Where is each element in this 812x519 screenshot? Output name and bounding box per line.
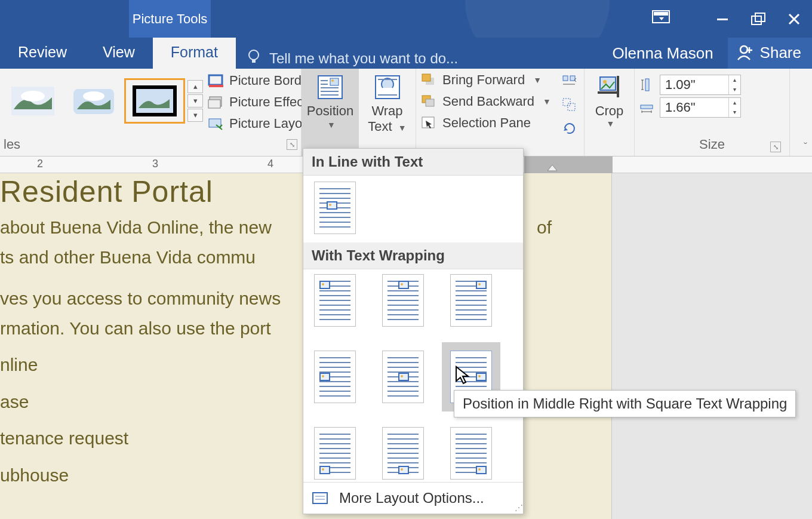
svg-rect-2	[717, 19, 728, 20]
ribbon-toolbar: ▴ ▾ ▾ Picture Border▼ Picture Effects▼ P…	[0, 69, 812, 156]
svg-rect-17	[209, 119, 221, 127]
bring-forward-icon	[421, 73, 436, 87]
selection-pane-button[interactable]: Selection Pane	[421, 115, 551, 131]
cursor-icon	[455, 366, 473, 386]
height-input[interactable]: 1.09"▴▾	[660, 75, 741, 95]
signed-in-user[interactable]: Olenna Mason	[613, 44, 713, 63]
position-top-right[interactable]	[450, 274, 492, 327]
style-thumb-1[interactable]	[2, 78, 63, 124]
style-thumb-selected[interactable]	[124, 78, 185, 124]
svg-point-20	[331, 79, 334, 82]
width-input[interactable]: 1.66"▴▾	[660, 97, 741, 118]
align-button[interactable]	[562, 75, 577, 89]
size-dialog-launcher[interactable]: ⤡	[770, 142, 781, 152]
width-icon	[639, 100, 655, 115]
svg-rect-4	[755, 13, 765, 22]
right-indent-marker[interactable]	[548, 165, 557, 173]
selection-pane-icon	[421, 116, 436, 130]
position-option-inline[interactable]	[314, 182, 356, 234]
lightbulb-icon	[247, 48, 261, 69]
svg-rect-35	[313, 493, 327, 503]
position-icon	[316, 75, 345, 100]
gallery-more-icon[interactable]: ▾	[187, 109, 203, 122]
svg-rect-19	[330, 78, 339, 85]
svg-rect-6	[252, 60, 256, 63]
tab-review[interactable]: Review	[0, 38, 85, 69]
restore-button[interactable]	[740, 0, 776, 38]
picture-styles-group: ▴ ▾ ▾ Picture Border▼ Picture Effects▼ P…	[0, 69, 302, 156]
arrange-group: Bring Forward▼ Send Backward▼ Selection …	[416, 69, 585, 156]
position-middle-left[interactable]	[314, 351, 356, 403]
tab-view[interactable]: View	[85, 38, 153, 69]
collapse-ribbon-icon[interactable]: ˇ	[804, 141, 807, 153]
picture-styles-gallery[interactable]: ▴ ▾ ▾	[0, 69, 203, 128]
svg-rect-25	[426, 99, 434, 106]
svg-rect-14	[209, 75, 222, 85]
tab-format[interactable]: Format	[153, 38, 236, 69]
title-bar: Picture Tools	[0, 0, 812, 38]
share-button[interactable]: Share	[728, 38, 812, 69]
position-bottom-center[interactable]	[382, 427, 424, 480]
position-middle-center[interactable]	[382, 351, 424, 403]
svg-rect-1	[654, 12, 668, 16]
position-section-wrapping: With Text Wrapping	[303, 242, 523, 269]
style-thumb-2[interactable]	[63, 78, 124, 124]
wrap-text-button[interactable]: Wrap Text ▼	[359, 69, 416, 156]
position-top-center[interactable]	[382, 274, 424, 327]
minimize-button[interactable]	[705, 0, 740, 38]
size-label: Size	[699, 137, 725, 152]
layout-options-icon	[312, 491, 330, 505]
position-top-left[interactable]	[314, 274, 356, 327]
height-icon	[639, 78, 655, 92]
crop-icon	[595, 75, 624, 100]
gallery-down-icon[interactable]: ▾	[187, 94, 203, 108]
position-tooltip: Position in Middle Right with Square Tex…	[454, 390, 796, 417]
styles-dialog-launcher[interactable]: ⤡	[287, 139, 297, 150]
svg-rect-34	[641, 105, 653, 109]
send-backward-icon	[421, 94, 436, 109]
styles-group-label: les	[4, 137, 20, 152]
rotate-button[interactable]	[562, 120, 577, 134]
position-bottom-right[interactable]	[450, 427, 492, 480]
size-group: 1.09"▴▾ 1.66"▴▾ Size ⤡	[635, 69, 790, 156]
share-person-icon	[736, 44, 754, 62]
gallery-up-icon[interactable]: ▴	[187, 80, 203, 93]
share-label: Share	[760, 44, 801, 62]
tell-me-search[interactable]: Tell me what you want to do...	[247, 48, 458, 69]
tell-me-placeholder: Tell me what you want to do...	[269, 50, 458, 67]
ribbon-tab-strip: Review View Format Tell me what you want…	[0, 38, 812, 69]
gallery-scroll[interactable]: ▴ ▾ ▾	[187, 80, 203, 122]
svg-point-5	[249, 50, 259, 60]
svg-rect-16	[208, 100, 220, 108]
more-layout-options[interactable]: More Layout Options...	[303, 482, 523, 514]
svg-rect-29	[563, 99, 570, 106]
position-button[interactable]: Position ▼	[302, 69, 359, 156]
paragraph-line: about Buena Vida Online, the new	[0, 213, 272, 242]
ribbon-display-options-icon[interactable]	[651, 8, 672, 29]
position-dropdown: In Line with Text With Text Wrapping Mor…	[303, 148, 524, 514]
resize-grip-icon[interactable]: ⋰	[515, 503, 521, 512]
svg-point-11	[83, 91, 104, 101]
picture-layout-icon	[208, 116, 223, 131]
crop-button[interactable]: Crop▼	[585, 69, 635, 156]
picture-tools-label: Picture Tools	[129, 0, 211, 38]
picture-border-icon	[208, 73, 223, 88]
group-button[interactable]	[562, 97, 577, 112]
svg-rect-23	[422, 74, 430, 81]
bring-forward-button[interactable]: Bring Forward▼	[421, 72, 551, 88]
close-button[interactable]	[776, 0, 812, 38]
position-section-inline: In Line with Text	[303, 149, 523, 176]
svg-point-9	[21, 91, 45, 102]
send-backward-button[interactable]: Send Backward▼	[421, 94, 551, 109]
svg-rect-33	[645, 79, 649, 91]
svg-rect-27	[563, 76, 568, 81]
position-bottom-left[interactable]	[314, 427, 356, 480]
svg-point-32	[603, 80, 607, 84]
paragraph-line: of	[537, 213, 552, 242]
wrap-text-icon	[373, 75, 402, 100]
picture-effects-icon	[208, 95, 223, 109]
svg-rect-30	[568, 103, 575, 110]
svg-rect-3	[752, 16, 761, 24]
